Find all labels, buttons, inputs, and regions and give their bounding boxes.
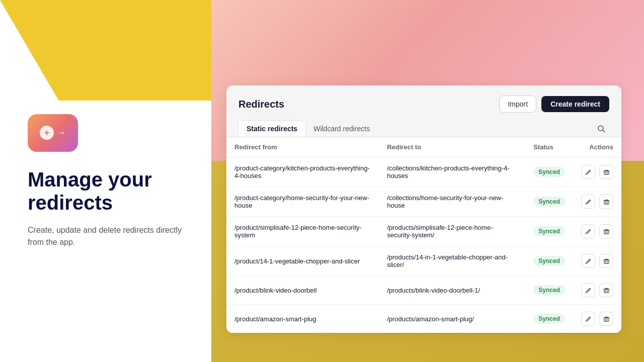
cell-redirect-to: /products/simplisafe-12-piece-home-secur… — [379, 217, 525, 246]
redirects-card: Redirects Import Create redirect Static … — [226, 85, 621, 333]
tab-wildcard-redirects[interactable]: Wildcard redirects — [305, 121, 378, 137]
delete-button[interactable] — [599, 283, 613, 297]
redirects-table: Redirect from Redirect to Status Actions… — [226, 137, 621, 333]
trash-icon — [603, 287, 610, 294]
col-header-status: Status — [525, 137, 573, 157]
table-row: /product/amazon-smart-plug/products/amaz… — [226, 305, 621, 333]
table-row: /product-category/home-security-for-your… — [226, 187, 621, 217]
cell-redirect-to: /products/blink-video-doorbell-1/ — [379, 276, 525, 305]
svg-rect-6 — [604, 289, 609, 293]
edit-button[interactable] — [581, 195, 595, 209]
create-redirect-button[interactable]: Create redirect — [541, 96, 609, 112]
svg-rect-4 — [604, 230, 609, 234]
cell-redirect-from: /product/blink-video-doorbell — [226, 276, 379, 305]
edit-icon — [585, 287, 592, 294]
status-badge: Synced — [533, 226, 565, 236]
cell-actions — [573, 217, 621, 246]
table-row: /product/simplisafe-12-piece-home-securi… — [226, 217, 621, 246]
import-button[interactable]: Import — [499, 96, 536, 113]
edit-icon — [585, 169, 592, 175]
svg-rect-3 — [604, 201, 609, 204]
trash-icon — [603, 199, 610, 205]
edit-button[interactable] — [581, 312, 595, 326]
edit-icon — [585, 316, 592, 322]
edit-icon — [585, 228, 592, 235]
edit-button[interactable] — [581, 165, 595, 179]
actions-group — [581, 283, 613, 297]
cell-actions — [573, 276, 621, 305]
status-badge: Synced — [533, 285, 565, 295]
card-header: Redirects Import Create redirect — [226, 85, 621, 113]
edit-button[interactable] — [581, 283, 595, 297]
cell-status: Synced — [525, 276, 573, 305]
col-header-actions: Actions — [573, 137, 621, 157]
status-badge: Synced — [533, 197, 565, 207]
tab-static-redirects[interactable]: Static redirects — [238, 121, 305, 137]
cell-status: Synced — [525, 217, 573, 246]
main-heading: Manage your redirects — [28, 168, 184, 214]
cell-actions — [573, 246, 621, 276]
tabs-row: Static redirects Wildcard redirects — [226, 113, 621, 137]
app-icon: + → — [28, 114, 78, 152]
trash-icon — [603, 258, 610, 264]
plus-circle-icon: + — [40, 126, 54, 140]
trash-icon — [603, 169, 610, 175]
subtext: Create, update and delete redirects dire… — [28, 224, 184, 248]
delete-button[interactable] — [599, 195, 613, 209]
cell-redirect-from: /product/14-1-vegetable-chopper-and-slic… — [226, 246, 379, 276]
header-actions: Import Create redirect — [499, 96, 609, 113]
svg-line-1 — [603, 130, 605, 132]
cell-status: Synced — [525, 187, 573, 217]
left-panel: + → Manage your redirects Create, update… — [0, 0, 211, 362]
edit-button[interactable] — [581, 224, 595, 238]
actions-group — [581, 165, 613, 179]
table-row: /product-category/kitchen-products-every… — [226, 157, 621, 187]
table-container: Redirect from Redirect to Status Actions… — [226, 137, 621, 333]
cell-redirect-to: /products/14-in-1-vegetable-chopper-and-… — [379, 246, 525, 276]
cell-redirect-to: /products/amazon-smart-plug/ — [379, 305, 525, 333]
cell-redirect-to: /collections/home-security-for-your-new-… — [379, 187, 525, 217]
delete-button[interactable] — [599, 165, 613, 179]
edit-icon — [585, 199, 592, 205]
table-row: /product/14-1-vegetable-chopper-and-slic… — [226, 246, 621, 276]
edit-icon — [585, 258, 592, 264]
cell-status: Synced — [525, 246, 573, 276]
cell-actions — [573, 187, 621, 217]
tabs-left: Static redirects Wildcard redirects — [238, 121, 378, 137]
arrow-icon: → — [57, 128, 66, 138]
svg-rect-5 — [604, 260, 609, 263]
actions-group — [581, 195, 613, 209]
delete-button[interactable] — [599, 312, 613, 326]
trash-icon — [603, 316, 610, 322]
cell-redirect-from: /product-category/home-security-for-your… — [226, 187, 379, 217]
actions-group — [581, 254, 613, 268]
search-button[interactable] — [593, 121, 609, 137]
status-badge: Synced — [533, 256, 565, 266]
actions-group — [581, 312, 613, 326]
cell-redirect-from: /product-category/kitchen-products-every… — [226, 157, 379, 187]
table-row: /product/blink-video-doorbell/products/b… — [226, 276, 621, 305]
cell-redirect-to: /collections/kitchen-products-everything… — [379, 157, 525, 187]
delete-button[interactable] — [599, 224, 613, 238]
cell-redirect-from: /product/amazon-smart-plug — [226, 305, 379, 333]
delete-button[interactable] — [599, 254, 613, 268]
card-title: Redirects — [238, 99, 284, 110]
cell-actions — [573, 305, 621, 333]
svg-rect-2 — [604, 171, 609, 174]
trash-icon — [603, 228, 610, 235]
col-header-to: Redirect to — [379, 137, 525, 157]
cell-status: Synced — [525, 305, 573, 333]
cell-redirect-from: /product/simplisafe-12-piece-home-securi… — [226, 217, 379, 246]
actions-group — [581, 224, 613, 238]
edit-button[interactable] — [581, 254, 595, 268]
col-header-from: Redirect from — [226, 137, 379, 157]
card-container: Redirects Import Create redirect Static … — [226, 85, 621, 333]
search-icon — [597, 125, 605, 133]
cell-status: Synced — [525, 157, 573, 187]
svg-rect-7 — [604, 318, 609, 321]
cell-actions — [573, 157, 621, 187]
status-badge: Synced — [533, 167, 565, 177]
status-badge: Synced — [533, 314, 565, 324]
